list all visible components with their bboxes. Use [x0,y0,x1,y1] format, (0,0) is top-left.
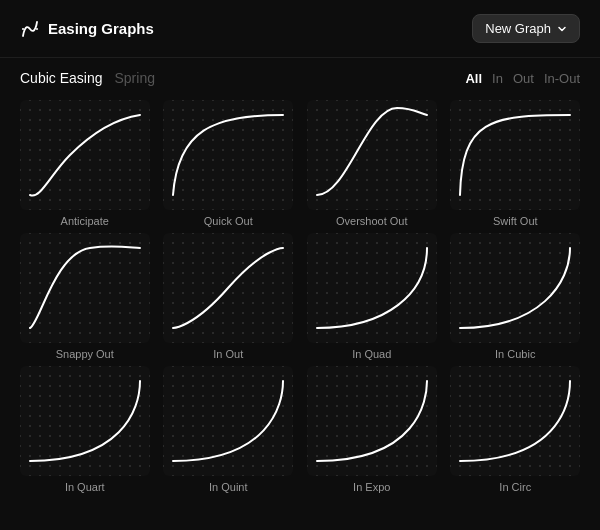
graph-canvas-quick-out [163,100,293,210]
graph-canvas-in-quad [307,233,437,343]
graph-label-in-quint: In Quint [209,481,248,493]
filter-in[interactable]: In [492,71,503,86]
graph-label-in-circ: In Circ [499,481,531,493]
graph-card-overshoot-out[interactable]: Overshoot Out [303,100,441,227]
graph-card-in-circ[interactable]: In Circ [447,366,585,493]
graph-card-swift-out[interactable]: Swift Out [447,100,585,227]
new-graph-label: New Graph [485,21,551,36]
graph-label-anticipate: Anticipate [61,215,109,227]
tab-cubic-easing[interactable]: Cubic Easing [20,68,103,88]
graph-svg-in-quad [307,233,437,343]
graph-svg-in-circ [450,366,580,476]
graph-label-snappy-out: Snappy Out [56,348,114,360]
graph-card-snappy-out[interactable]: Snappy Out [16,233,154,360]
graphs-grid: AnticipateQuick OutOvershoot OutSwift Ou… [0,96,600,509]
graph-svg-overshoot-out [307,100,437,210]
graph-label-in-out: In Out [213,348,243,360]
tabs-left: Cubic Easing Spring [20,68,155,88]
graph-label-in-quart: In Quart [65,481,105,493]
graph-svg-anticipate [20,100,150,210]
header-left: Easing Graphs [20,19,154,39]
graph-card-in-quart[interactable]: In Quart [16,366,154,493]
graph-svg-snappy-out [20,233,150,343]
graph-svg-in-cubic [450,233,580,343]
graph-canvas-anticipate [20,100,150,210]
graph-canvas-in-cubic [450,233,580,343]
graph-svg-swift-out [450,100,580,210]
graph-svg-in-quint [163,366,293,476]
filter-in-out[interactable]: In-Out [544,71,580,86]
graph-card-in-quad[interactable]: In Quad [303,233,441,360]
graph-canvas-in-expo [307,366,437,476]
graph-card-in-cubic[interactable]: In Cubic [447,233,585,360]
easing-graphs-icon [20,19,40,39]
graph-label-quick-out: Quick Out [204,215,253,227]
graph-canvas-in-circ [450,366,580,476]
filter-all[interactable]: All [465,71,482,86]
graph-svg-in-expo [307,366,437,476]
graph-card-in-expo[interactable]: In Expo [303,366,441,493]
graph-canvas-in-quint [163,366,293,476]
graph-card-in-out[interactable]: In Out [160,233,298,360]
graph-canvas-in-out [163,233,293,343]
graph-label-overshoot-out: Overshoot Out [336,215,408,227]
tabs-row: Cubic Easing Spring All In Out In-Out [0,58,600,96]
new-graph-button[interactable]: New Graph [472,14,580,43]
app-header: Easing Graphs New Graph [0,0,600,58]
graph-card-quick-out[interactable]: Quick Out [160,100,298,227]
graph-label-in-quad: In Quad [352,348,391,360]
app-title: Easing Graphs [48,20,154,37]
graph-svg-quick-out [163,100,293,210]
graph-canvas-overshoot-out [307,100,437,210]
filter-out[interactable]: Out [513,71,534,86]
graph-svg-in-quart [20,366,150,476]
chevron-down-icon [557,24,567,34]
graph-canvas-in-quart [20,366,150,476]
graph-canvas-swift-out [450,100,580,210]
graph-label-in-cubic: In Cubic [495,348,535,360]
graph-label-in-expo: In Expo [353,481,390,493]
graph-label-swift-out: Swift Out [493,215,538,227]
graph-svg-in-out [163,233,293,343]
graph-card-anticipate[interactable]: Anticipate [16,100,154,227]
tab-spring[interactable]: Spring [115,68,155,88]
graph-canvas-snappy-out [20,233,150,343]
filter-tabs: All In Out In-Out [465,71,580,86]
graph-card-in-quint[interactable]: In Quint [160,366,298,493]
